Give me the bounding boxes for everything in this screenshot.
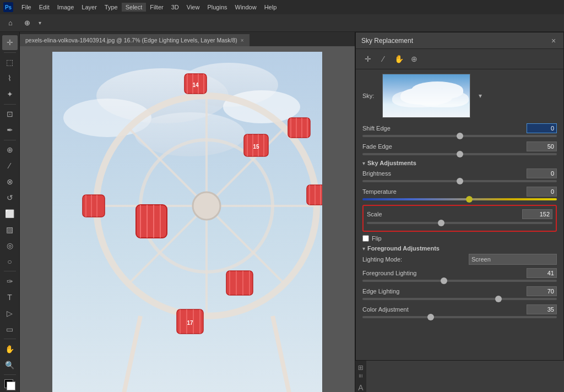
menu-view[interactable]: View — [183, 3, 204, 12]
edge-lighting-label: Edge Lighting — [362, 288, 399, 295]
menu-select[interactable]: Select — [122, 3, 147, 12]
toolbar-separator-5 — [4, 339, 16, 339]
foreground-adjustments-header: ▾ Foreground Adjustments — [362, 245, 557, 252]
dialog-close-btn[interactable]: × — [549, 36, 558, 45]
sky-dropdown-arrow[interactable]: ▾ — [475, 90, 486, 101]
temperature-input[interactable] — [527, 187, 557, 197]
canvas-area: pexels-elina-volkova-18403914.jpg @ 16.7… — [20, 32, 355, 392]
zoom-tool[interactable]: 🔍 — [2, 357, 18, 372]
fade-edge-thumb[interactable] — [457, 151, 463, 157]
dialog-brush-tool[interactable]: ∕ — [377, 52, 390, 66]
right-edge-btn-3[interactable]: A — [358, 383, 363, 392]
shift-edge-thumb[interactable] — [457, 133, 463, 139]
scale-input[interactable] — [522, 209, 552, 219]
move-tool-btn[interactable]: ⌂ — [3, 16, 18, 30]
menu-3d[interactable]: 3D — [167, 3, 183, 12]
menu-window[interactable]: Window — [231, 3, 261, 12]
dialog-zoom-tool[interactable]: ⊕ — [408, 52, 421, 66]
scale-row: Scale — [367, 209, 552, 219]
brightness-slider[interactable] — [362, 180, 557, 182]
canvas-content: 14 — [20, 46, 355, 392]
shift-edge-input[interactable] — [527, 123, 557, 133]
edge-lighting-row: Edge Lighting — [362, 286, 557, 296]
scale-section: Scale — [362, 205, 557, 232]
edge-lighting-input[interactable] — [527, 286, 557, 296]
scale-slider[interactable] — [367, 222, 552, 224]
foreground-background-colors[interactable] — [2, 377, 18, 392]
sky-thumbnail[interactable] — [382, 74, 470, 118]
blur-tool[interactable]: ◎ — [2, 238, 18, 253]
menu-filter[interactable]: Filter — [146, 3, 167, 12]
magic-wand-tool[interactable]: ✦ — [2, 87, 18, 102]
dialog-move-tool[interactable]: ✛ — [361, 52, 375, 66]
menu-type[interactable]: Type — [101, 3, 122, 12]
move-tool[interactable]: ✛ — [2, 35, 18, 50]
clone-stamp-tool[interactable]: ⊗ — [2, 175, 18, 189]
temperature-thumb[interactable] — [466, 196, 473, 203]
fade-edge-label: Fade Edge — [362, 143, 392, 150]
foreground-lighting-row: Foreground Lighting — [362, 268, 557, 278]
fade-edge-slider[interactable] — [362, 153, 557, 155]
menu-help[interactable]: Help — [261, 3, 281, 12]
shift-edge-label: Shift Edge — [362, 125, 391, 132]
menu-image[interactable]: Image — [53, 3, 78, 12]
lasso-tool[interactable]: ⌇ — [2, 71, 18, 86]
flip-checkbox[interactable] — [362, 235, 369, 242]
lighting-mode-row: Lighting Mode: Screen Multiply Normal — [362, 254, 557, 265]
lighting-mode-select[interactable]: Screen Multiply Normal — [469, 254, 557, 265]
crop-tool[interactable]: ⊡ — [2, 107, 18, 122]
foreground-lighting-input[interactable] — [527, 268, 557, 278]
temperature-row: Temperature — [362, 187, 557, 197]
tab-close-btn[interactable]: × — [241, 37, 244, 43]
history-brush-tool[interactable]: ↺ — [2, 190, 18, 205]
auto-select-btn[interactable]: ⊕ — [20, 16, 34, 30]
shape-tool[interactable]: ▭ — [2, 322, 18, 336]
shift-edge-slider[interactable] — [362, 135, 557, 137]
temperature-slider[interactable] — [362, 198, 557, 200]
path-selection-tool[interactable]: ▷ — [2, 306, 18, 320]
rectangular-marquee-tool[interactable]: ⬚ — [2, 55, 18, 70]
canvas-image: 14 — [52, 52, 322, 392]
menu-edit[interactable]: Edit — [35, 3, 53, 12]
toolbar-separator-2 — [4, 104, 16, 105]
menu-plugins[interactable]: Plugins — [203, 3, 231, 12]
healing-brush-tool[interactable]: ⊕ — [2, 143, 18, 157]
color-adjustment-row: Color Adjustment — [362, 304, 557, 314]
sky-label: Sky: — [362, 92, 378, 99]
brush-tool[interactable]: ∕ — [2, 159, 18, 173]
shift-edge-row: Shift Edge — [362, 123, 557, 133]
menu-file[interactable]: File — [18, 3, 35, 12]
color-adjustment-slider[interactable] — [362, 316, 557, 318]
foreground-lighting-thumb[interactable] — [441, 277, 447, 284]
flip-label: Flip — [372, 235, 382, 242]
hand-tool[interactable]: ✋ — [2, 341, 18, 356]
sky-replacement-dialog: Sky Replacement × ✛ ∕ ✋ ⊕ Sky: ▾ — [355, 32, 564, 361]
pen-tool[interactable]: ✑ — [2, 274, 18, 288]
eraser-tool[interactable]: ⬜ — [2, 206, 18, 221]
svg-text:14: 14 — [192, 82, 199, 88]
right-edge-btn-1[interactable]: ⊞ — [357, 365, 365, 371]
fade-edge-row: Fade Edge — [362, 141, 557, 151]
menu-layer[interactable]: Layer — [78, 3, 101, 12]
edge-lighting-thumb[interactable] — [495, 296, 502, 302]
gradient-tool[interactable]: ▨ — [2, 222, 18, 237]
text-tool[interactable]: T — [2, 290, 18, 304]
fade-edge-input[interactable] — [527, 141, 557, 151]
foreground-lighting-slider[interactable] — [362, 280, 557, 282]
scale-thumb[interactable] — [438, 220, 444, 226]
edge-lighting-slider[interactable] — [362, 298, 557, 300]
brightness-input[interactable] — [527, 168, 557, 178]
sky-adjustments-title: Sky Adjustments — [367, 160, 416, 166]
right-edge-btn-2[interactable]: ≡ — [357, 374, 365, 378]
color-adjustment-input[interactable] — [527, 304, 557, 314]
dodge-tool[interactable]: ○ — [2, 254, 18, 269]
eyedropper-tool[interactable]: ✒ — [2, 123, 18, 138]
dialog-hand-tool[interactable]: ✋ — [392, 52, 405, 66]
brightness-label: Brightness — [362, 170, 391, 177]
dialog-title: Sky Replacement — [361, 37, 413, 45]
color-adjustment-thumb[interactable] — [427, 314, 434, 320]
canvas-tab[interactable]: pexels-elina-volkova-18403914.jpg @ 16.7… — [20, 34, 250, 46]
brightness-thumb[interactable] — [457, 178, 463, 184]
right-panel: Sky Replacement × ✛ ∕ ✋ ⊕ Sky: ▾ — [355, 32, 564, 392]
dialog-title-bar: Sky Replacement × — [356, 32, 563, 49]
